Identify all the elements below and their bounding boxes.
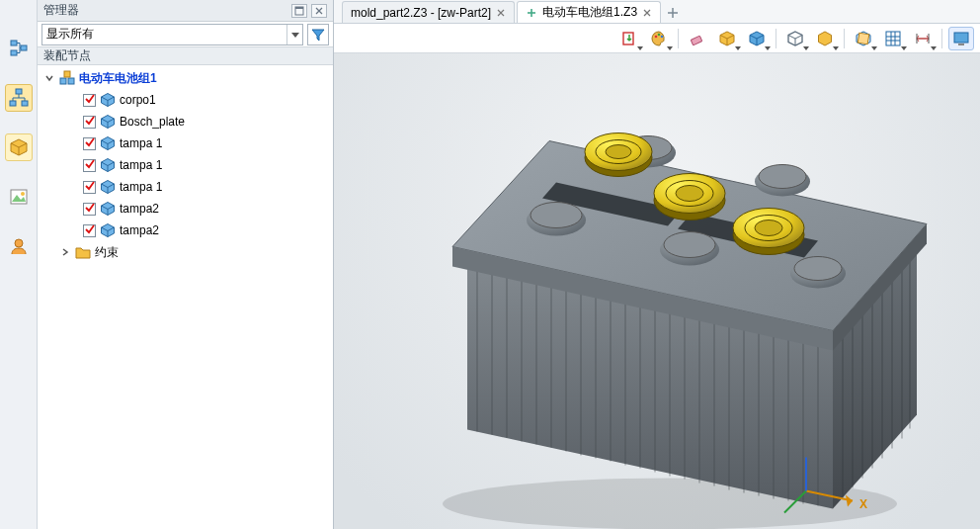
manager-panel: 管理器 装配节点 电动车电池组1 corpo1 Bosch_plate bbox=[38, 0, 334, 529]
tb-cube-wire[interactable] bbox=[782, 27, 808, 50]
vstrip-image-button[interactable] bbox=[5, 183, 33, 211]
tree-item-checkbox[interactable] bbox=[83, 224, 96, 237]
panel-close-button[interactable] bbox=[311, 4, 327, 18]
svg-rect-65 bbox=[954, 33, 968, 43]
panel-minimize-button[interactable] bbox=[291, 4, 307, 18]
tree-subheader: 装配节点 bbox=[38, 47, 333, 65]
svg-rect-56 bbox=[858, 33, 869, 44]
part-box-icon bbox=[9, 137, 29, 157]
tb-box-color[interactable] bbox=[714, 27, 740, 50]
tree-root[interactable]: 电动车电池组1 bbox=[38, 67, 333, 89]
axis-x-label: X bbox=[859, 497, 867, 511]
section-icon bbox=[855, 30, 872, 47]
tree-item[interactable]: tampa2 bbox=[38, 220, 333, 241]
svg-rect-4 bbox=[10, 101, 16, 106]
tree-item-checkbox[interactable] bbox=[83, 203, 96, 216]
grid-icon bbox=[884, 30, 902, 47]
svg-point-10 bbox=[21, 192, 25, 196]
assembly-tree[interactable]: 电动车电池组1 corpo1 Bosch_plate tampa 1 tampa… bbox=[38, 65, 333, 529]
part-icon bbox=[100, 179, 116, 195]
svg-rect-1 bbox=[11, 50, 17, 55]
part-icon bbox=[100, 114, 116, 130]
svg-rect-66 bbox=[958, 44, 964, 45]
vstrip-user-button[interactable] bbox=[5, 232, 33, 260]
chevron-down-icon bbox=[44, 73, 54, 83]
tb-section[interactable] bbox=[851, 27, 876, 50]
svg-point-45 bbox=[658, 33, 661, 36]
tree-item-checkbox[interactable] bbox=[83, 94, 96, 107]
part-icon bbox=[100, 201, 116, 217]
tree-item[interactable]: Bosch_plate bbox=[38, 111, 333, 132]
part-icon bbox=[100, 135, 116, 151]
toolbar-separator bbox=[941, 29, 942, 48]
tb-import[interactable] bbox=[616, 27, 642, 50]
import-icon bbox=[620, 30, 638, 47]
folder-icon bbox=[75, 244, 91, 260]
panel-title-text: 管理器 bbox=[43, 2, 79, 19]
tree-item-label: tampa 1 bbox=[120, 136, 162, 150]
minimize-icon bbox=[294, 6, 304, 16]
filter-input[interactable] bbox=[42, 28, 286, 42]
main-area: mold_part2.Z3 - [zw-Part2] 电动车电池组1.Z3 bbox=[334, 0, 980, 529]
tb-grid[interactable] bbox=[880, 27, 906, 50]
tree-item[interactable]: tampa 1 bbox=[38, 132, 333, 154]
filter-dropdown-button[interactable] bbox=[286, 25, 302, 44]
tb-hex-color[interactable] bbox=[812, 27, 838, 50]
tree-toggle[interactable] bbox=[59, 246, 71, 258]
svg-point-125 bbox=[676, 186, 703, 202]
filter-combo[interactable] bbox=[41, 24, 303, 45]
tb-screen[interactable] bbox=[948, 27, 974, 50]
tb-dimension[interactable] bbox=[910, 27, 936, 50]
part-icon bbox=[100, 222, 116, 238]
tab-label: mold_part2.Z3 - [zw-Part2] bbox=[351, 6, 491, 20]
chevron-right-icon bbox=[60, 247, 70, 257]
part-icon bbox=[100, 92, 116, 108]
model-render: X bbox=[334, 53, 980, 529]
svg-point-129 bbox=[755, 220, 782, 236]
close-icon bbox=[314, 6, 324, 16]
hierarchy-icon bbox=[9, 88, 29, 108]
tree-item-label: tampa 1 bbox=[120, 158, 162, 172]
vstrip-hierarchy-button[interactable] bbox=[5, 84, 33, 112]
toolbar-separator bbox=[678, 29, 679, 48]
add-tab-button[interactable] bbox=[663, 3, 683, 23]
screen-icon bbox=[952, 30, 970, 47]
svg-rect-20 bbox=[64, 71, 70, 77]
vstrip-part-button[interactable] bbox=[5, 133, 33, 161]
tree-item-checkbox[interactable] bbox=[83, 116, 96, 129]
tree-folder[interactable]: 约束 bbox=[38, 241, 333, 263]
svg-rect-2 bbox=[21, 45, 27, 50]
tree-folder-label: 约束 bbox=[95, 244, 119, 261]
tree-item-checkbox[interactable] bbox=[83, 159, 96, 172]
tree-item[interactable]: tampa 1 bbox=[38, 154, 333, 176]
tree-root-label: 电动车电池组1 bbox=[79, 70, 157, 87]
tree-item[interactable]: corpo1 bbox=[38, 89, 333, 111]
document-tab[interactable]: 电动车电池组1.Z3 bbox=[517, 1, 661, 23]
tab-close-button[interactable] bbox=[496, 8, 506, 18]
tree-item-checkbox[interactable] bbox=[83, 137, 96, 150]
svg-rect-47 bbox=[691, 36, 702, 45]
svg-rect-19 bbox=[68, 78, 74, 84]
tb-palette[interactable] bbox=[646, 27, 672, 50]
tb-box-shade[interactable] bbox=[744, 27, 770, 50]
tree-item-checkbox[interactable] bbox=[83, 181, 96, 194]
svg-rect-57 bbox=[886, 32, 900, 45]
tree-item-label: Bosch_plate bbox=[120, 115, 185, 129]
tab-prefix-icon bbox=[526, 7, 537, 19]
left-vertical-toolbar bbox=[0, 0, 38, 529]
svg-point-44 bbox=[655, 35, 658, 38]
funnel-icon bbox=[311, 28, 325, 42]
tab-close-button[interactable] bbox=[642, 8, 652, 18]
svg-point-11 bbox=[15, 239, 23, 247]
tree-item[interactable]: tampa 1 bbox=[38, 176, 333, 198]
document-tab[interactable]: mold_part2.Z3 - [zw-Part2] bbox=[342, 1, 515, 23]
tree-toggle[interactable] bbox=[43, 72, 55, 84]
vstrip-tree-button[interactable] bbox=[5, 35, 33, 62]
viewport-3d[interactable]: X bbox=[334, 53, 980, 529]
eraser-icon bbox=[689, 30, 706, 47]
chevron-down-icon bbox=[291, 31, 299, 39]
tb-eraser[interactable] bbox=[685, 27, 710, 50]
filter-funnel-button[interactable] bbox=[307, 24, 329, 45]
tree-item[interactable]: tampa2 bbox=[38, 198, 333, 220]
tree-item-label: tampa2 bbox=[120, 223, 159, 237]
